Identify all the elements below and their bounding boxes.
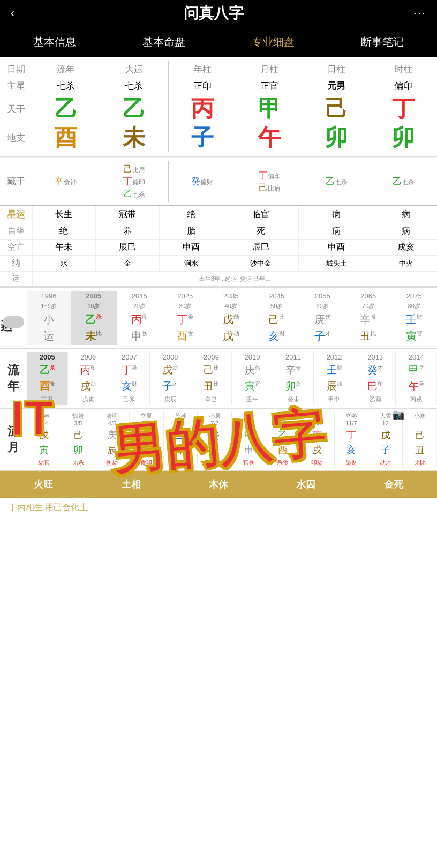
tab-zhuanyexipan[interactable]: 专业细盘 <box>218 27 328 57</box>
lym-term-1: 惊蛰3/5 <box>61 411 95 428</box>
canggan-dayun-2: 丁 <box>123 176 132 186</box>
yue-tiangan: 甲 <box>236 94 303 123</box>
ly-xiaoyun-8: 乙酉 <box>355 394 396 405</box>
ly-year-0: 2005 <box>27 352 68 362</box>
dayun-dz-7: 丑比 <box>345 328 391 345</box>
top-bar: ‹ 问真八字 ··· <box>0 0 437 27</box>
ly-year-7: 2012 <box>314 352 355 362</box>
bottombar-item-0[interactable]: 火旺 <box>0 473 87 496</box>
ly-year-4: 2009 <box>191 352 232 362</box>
ly-xiaoyun-2: 己卯 <box>109 394 150 405</box>
dayun-age-7: 70岁 <box>345 301 391 311</box>
kongwang-val-5: 戌亥 <box>374 240 437 256</box>
ly-dz-7: 辰劫 <box>314 378 355 394</box>
kongwang-val-0: 午未 <box>32 240 96 256</box>
ly-year-5: 2010 <box>232 352 273 362</box>
ly-xiaoyun-1: 戊寅 <box>68 394 109 405</box>
nian-tiangan: 丙 <box>168 94 236 123</box>
ly-dz-2: 亥财 <box>109 378 150 394</box>
canggan-ri-1: 乙 <box>326 176 335 186</box>
lym-shen-3: 食印 <box>129 458 163 468</box>
liuyue-title: 流月 <box>0 423 27 455</box>
ly-dz-3: 子才 <box>150 378 191 394</box>
lym-term-9: 立冬11/7 <box>334 411 368 428</box>
dayun-dz-0: 运 <box>27 328 71 345</box>
lym-term-2: 清明4/5 <box>95 411 130 428</box>
dayun-dz-2: 申伤 <box>117 328 162 345</box>
lym-shen-4: 财枭 <box>163 458 198 468</box>
liunian-zhuxing: 七杀 <box>32 78 100 94</box>
liunian-title: 流年 <box>1 362 26 394</box>
shi-tiangan: 丁 <box>370 94 436 123</box>
zizuo-label: 自坐 <box>0 223 32 240</box>
lym-term-8: 寒露10/8 <box>300 411 334 428</box>
xingyun-val-0: 长生 <box>32 206 96 223</box>
lym-tg-3: 辛 <box>129 428 163 443</box>
zizuo-val-0: 绝 <box>32 223 96 240</box>
dayun-age-6: 60岁 <box>299 301 345 311</box>
liunian-tiangan: 乙 <box>32 94 100 123</box>
ly-tg-5: 庚伤 <box>232 362 273 378</box>
ly-tg-7: 壬财 <box>314 362 355 378</box>
dayun-year-4: 2035 <box>208 291 254 301</box>
lym-tg-10: 戊 <box>368 428 403 443</box>
kongwang-val-2: 申酉 <box>160 240 223 256</box>
bottombar-item-3[interactable]: 水囚 <box>262 473 350 496</box>
dayun-tiangan: 乙 <box>100 94 168 123</box>
dayun-year-2: 2015 <box>117 291 162 301</box>
more-button[interactable]: ··· <box>413 6 426 20</box>
dayun-tg-0: 小 <box>27 311 71 328</box>
col-yuezhu: 月柱 <box>236 61 303 78</box>
col-nianzhu: 年柱 <box>168 61 236 78</box>
xingyun-val-5: 病 <box>374 206 437 223</box>
xingyun-label: 星运 <box>0 206 32 223</box>
lym-tg-6: 甲 <box>232 428 266 443</box>
na-val-2: 涧水 <box>160 256 223 272</box>
bottom-bar: 火旺 土相 木休 水囚 金死 <box>0 471 437 498</box>
lym-dz-3: 巳 <box>129 443 163 458</box>
ly-dz-0: 酉食 <box>27 378 68 394</box>
dayun-toggle[interactable] <box>3 316 24 328</box>
lym-shen-2: 伤劫 <box>95 458 130 468</box>
ly-tg-6: 辛食 <box>273 362 314 378</box>
lym-tg-2: 庚 <box>95 428 130 443</box>
dayun-year-6: 2055 <box>299 291 345 301</box>
ly-dz-6: 卯杀 <box>273 378 314 394</box>
label-tiangan: 天干 <box>0 94 32 123</box>
xingyun-val-1: 冠带 <box>96 206 160 223</box>
tab-jibenmingpan[interactable]: 基本命盘 <box>109 27 218 57</box>
zizuo-val-4: 病 <box>299 223 374 240</box>
col-rizhu: 日柱 <box>303 61 370 78</box>
ly-year-2: 2007 <box>109 352 150 362</box>
lym-dz-4: 午 <box>163 443 198 458</box>
lym-shen-5: 才比 <box>198 458 232 468</box>
na-val-4: 城头土 <box>299 256 374 272</box>
dayun-age-1: 10岁 <box>71 301 116 311</box>
ly-dz-1: 戌劫 <box>68 378 109 394</box>
xingyun-val-4: 病 <box>299 206 374 223</box>
dayun-dz-8: 寅官 <box>391 328 437 345</box>
nav-tabs: 基本信息 基本命盘 专业细盘 断事笔记 <box>0 27 437 57</box>
ly-tg-2: 丁枭 <box>109 362 150 378</box>
ly-year-6: 2011 <box>273 352 314 362</box>
bottombar-item-1[interactable]: 土相 <box>87 473 175 496</box>
dayun-tg-2: 丙印 <box>117 311 162 328</box>
lym-tg-1: 己 <box>61 428 95 443</box>
dayun-tg-8: 壬财 <box>391 311 437 328</box>
dayun-section: 大运 1996 2005 2015 2025 2035 2045 2055 20… <box>0 287 437 349</box>
bottombar-item-2[interactable]: 木休 <box>175 473 262 496</box>
lym-shen-6: 官伤 <box>232 458 266 468</box>
tab-duanshbiji[interactable]: 断事笔记 <box>328 27 437 57</box>
bottombar-item-4[interactable]: 金死 <box>350 473 437 496</box>
tab-jibenxinxi[interactable]: 基本信息 <box>0 27 109 57</box>
dayun-tg-7: 辛食 <box>345 311 391 328</box>
nian-zhuxing: 正印 <box>168 78 236 94</box>
na-val-0: 水 <box>32 256 96 272</box>
ri-dizhi: 卯 <box>303 123 370 152</box>
ri-tiangan: 己 <box>303 94 370 123</box>
back-button[interactable]: ‹ <box>11 6 14 20</box>
dayun-title: 大运 <box>1 306 12 313</box>
canggan-dayun-3: 乙 <box>123 189 132 199</box>
lym-dz-6: 申 <box>232 443 266 458</box>
dayun-age-8: 80岁 <box>391 301 437 311</box>
